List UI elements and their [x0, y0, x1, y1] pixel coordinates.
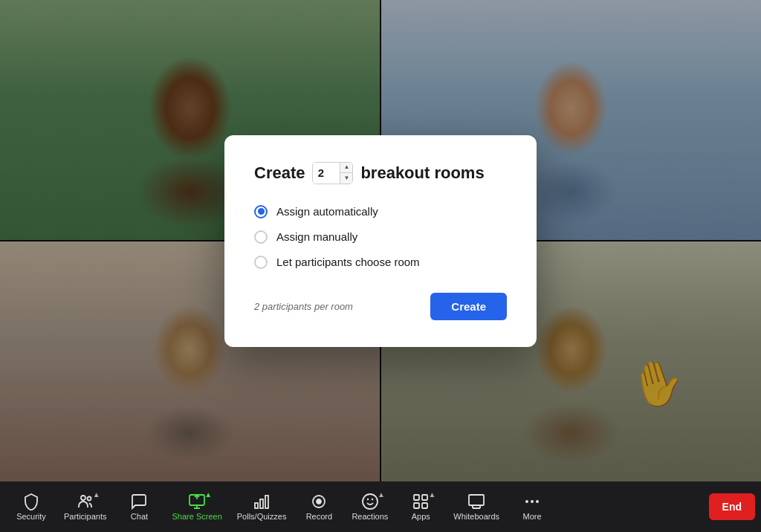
reactions-icon: ▲: [361, 493, 379, 510]
svg-point-17: [531, 500, 534, 503]
shield-icon: [22, 493, 40, 510]
participants-chevron: ▲: [93, 491, 100, 499]
title-suffix: breakout rooms: [360, 163, 484, 183]
svg-rect-15: [469, 495, 484, 505]
more-icon: [523, 493, 541, 510]
share-screen-chevron: ▲: [204, 491, 212, 499]
toolbar-item-participants[interactable]: ▲ Participants: [56, 488, 114, 525]
radio-choose[interactable]: [254, 256, 268, 269]
chat-icon: [130, 493, 148, 510]
toolbar-item-record[interactable]: Record: [294, 488, 344, 525]
toolbar-item-share-screen[interactable]: ▲ Share Screen: [164, 488, 229, 525]
apps-label: Apps: [412, 512, 430, 521]
svg-point-7: [317, 499, 321, 504]
create-button[interactable]: Create: [430, 293, 507, 320]
svg-point-1: [87, 497, 91, 501]
security-label: Security: [16, 512, 46, 521]
reactions-chevron: ▲: [378, 491, 385, 499]
breakout-rooms-modal: Create ▲ ▼ breakout rooms Assign automat…: [224, 135, 537, 347]
record-icon: [310, 493, 328, 510]
people-icon: ▲: [77, 493, 94, 510]
increment-button[interactable]: ▲: [340, 163, 352, 174]
room-count-input[interactable]: [313, 163, 340, 184]
toolbar-item-more[interactable]: More: [507, 488, 557, 525]
stepper-buttons: ▲ ▼: [340, 163, 352, 184]
svg-rect-5: [265, 496, 268, 508]
svg-rect-11: [414, 495, 419, 500]
room-count-stepper[interactable]: ▲ ▼: [312, 162, 353, 184]
modal-overlay: Create ▲ ▼ breakout rooms Assign automat…: [0, 0, 761, 481]
reactions-label: Reactions: [352, 512, 388, 521]
polls-icon: [253, 493, 271, 510]
option-auto-label: Assign automatically: [276, 205, 378, 218]
whiteboard-icon: [467, 493, 485, 510]
svg-rect-4: [260, 499, 263, 508]
modal-footer: 2 participants per room Create: [254, 293, 507, 320]
modal-title: Create ▲ ▼ breakout rooms: [254, 162, 507, 184]
svg-rect-3: [255, 503, 258, 508]
whiteboards-label: Whiteboards: [453, 512, 499, 521]
title-prefix: Create: [254, 163, 305, 183]
share-screen-label: Share Screen: [172, 512, 221, 521]
option-choose[interactable]: Let participants choose room: [254, 256, 507, 269]
svg-rect-12: [422, 495, 427, 500]
option-manual[interactable]: Assign manually: [254, 230, 507, 244]
option-manual-label: Assign manually: [276, 230, 357, 243]
svg-rect-14: [422, 503, 427, 508]
apps-chevron: ▲: [428, 491, 435, 499]
participants-info: 2 participants per room: [254, 301, 353, 312]
svg-point-0: [81, 496, 85, 500]
toolbar-item-polls[interactable]: Polls/Quizzes: [230, 488, 294, 525]
share-screen-icon: ▲: [188, 493, 206, 510]
assignment-options: Assign automatically Assign manually Let…: [254, 205, 507, 269]
more-label: More: [523, 512, 542, 521]
toolbar-item-security[interactable]: Security: [6, 488, 56, 525]
toolbar-item-whiteboards[interactable]: Whiteboards: [446, 488, 507, 525]
svg-point-8: [363, 494, 378, 509]
toolbar: Security ▲ Participants Chat: [0, 481, 761, 532]
svg-point-18: [536, 500, 539, 503]
toolbar-item-reactions[interactable]: ▲ Reactions: [344, 488, 395, 525]
svg-rect-13: [414, 503, 419, 508]
radio-auto[interactable]: [254, 205, 268, 218]
svg-point-16: [525, 500, 528, 503]
toolbar-items: Security ▲ Participants Chat: [6, 488, 703, 525]
apps-icon: ▲: [412, 493, 430, 510]
decrement-button[interactable]: ▼: [340, 173, 352, 184]
toolbar-item-chat[interactable]: Chat: [114, 488, 164, 525]
participants-label: Participants: [64, 512, 106, 521]
chat-label: Chat: [131, 512, 148, 521]
toolbar-item-apps[interactable]: ▲ Apps: [395, 488, 446, 525]
option-choose-label: Let participants choose room: [276, 256, 420, 268]
end-button[interactable]: End: [709, 493, 755, 520]
option-auto[interactable]: Assign automatically: [254, 205, 507, 218]
polls-label: Polls/Quizzes: [237, 512, 287, 521]
radio-manual[interactable]: [254, 230, 268, 244]
record-label: Record: [306, 512, 332, 521]
